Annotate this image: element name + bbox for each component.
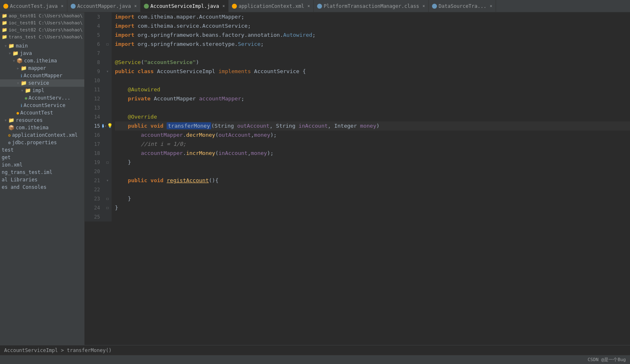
folder-icon: 📁 bbox=[2, 20, 7, 26]
sidebar-item-mapper[interactable]: ▸ 📁 mapper bbox=[0, 64, 84, 72]
tab-account-service-impl[interactable]: AccountServiceImpl.java × bbox=[141, 0, 229, 12]
code-line-21: public void registAccount(){ bbox=[115, 176, 630, 185]
tab-close[interactable]: × bbox=[490, 4, 492, 8]
tab-application-context[interactable]: applicationContext.xml × bbox=[229, 0, 314, 12]
tab-close[interactable]: × bbox=[422, 4, 425, 8]
chevron-down-icon: ▾ bbox=[8, 50, 11, 56]
chevron-down-icon2: ▾ bbox=[17, 80, 19, 86]
sidebar-item-impl[interactable]: ▾ 📁 impl bbox=[0, 87, 84, 94]
sidebar: 📁 aop_test01 C:\Users\haohao\ 📁 ioc_test… bbox=[0, 12, 85, 345]
code-line-22 bbox=[115, 185, 630, 194]
code-line-15: public void transferMoney(String outAcco… bbox=[115, 121, 630, 131]
sidebar-item-account-mapper[interactable]: ℹ AccountMapper bbox=[0, 72, 84, 79]
fold-icon: ◻ bbox=[106, 40, 109, 49]
folder-icon: 📁 bbox=[2, 27, 7, 33]
code-line-23: } bbox=[115, 194, 630, 203]
sidebar-item-es-consoles[interactable]: es and Consoles bbox=[0, 183, 84, 191]
code-line-12: private AccountMapper accountMapper; bbox=[115, 94, 630, 103]
tab-label: AccountMapper.java bbox=[77, 3, 131, 9]
chevron-down-icon3: ▾ bbox=[21, 88, 24, 93]
tab-icon-green bbox=[144, 4, 149, 9]
folder-icon-mapper: 📁 bbox=[21, 65, 27, 71]
sidebar-item-jdbc-props[interactable]: ⚙ jdbc.properties bbox=[0, 139, 84, 146]
tab-close[interactable]: × bbox=[61, 4, 64, 8]
file-icon-green: ● bbox=[25, 96, 27, 100]
fold-end-icon2: ◻ bbox=[106, 194, 109, 203]
tab-account-test[interactable]: AccountTest.java × bbox=[0, 0, 67, 12]
folder-icon: 📁 bbox=[2, 13, 7, 19]
tab-label: PlatformTransactionManager.class bbox=[324, 3, 419, 9]
code-line-7 bbox=[115, 49, 630, 58]
sidebar-item-ion-xml[interactable]: ion.xml bbox=[0, 161, 84, 169]
sidebar-item-aop-test[interactable]: 📁 aop_test01 C:\Users\haohao\ bbox=[0, 12, 84, 19]
file-icon-xml: ⚙ bbox=[8, 133, 11, 138]
sidebar-item-java[interactable]: ▾ 📁 java bbox=[0, 50, 84, 57]
tab-platform-tx[interactable]: PlatformTransactionManager.class × bbox=[314, 0, 429, 12]
fold-end-icon3: ◻ bbox=[106, 203, 109, 212]
file-icon-orange: ● bbox=[17, 111, 19, 115]
breadcrumb: AccountServiceImpl > transferMoney() bbox=[4, 347, 112, 353]
folder-icon-impl: 📁 bbox=[25, 88, 31, 93]
sidebar-item-test[interactable]: test bbox=[0, 146, 84, 154]
code-line-17: //int i = 1/0; bbox=[115, 140, 630, 149]
sidebar-item-ioc-test02[interactable]: 📁 ioc_test02 C:\Users\haohao\ bbox=[0, 26, 84, 33]
editor[interactable]: 3 4 5 6 7 8 9 10 11 12 13 14 15 16 17 18… bbox=[85, 12, 630, 345]
package-icon2: 📦 bbox=[8, 125, 14, 131]
code-content: import com.itheima.mapper.AccountMapper;… bbox=[112, 12, 630, 221]
file-icon-blue: ℹ bbox=[21, 74, 22, 78]
main-content: 📁 aop_test01 C:\Users\haohao\ 📁 ioc_test… bbox=[0, 12, 630, 345]
sidebar-item-get[interactable]: get bbox=[0, 154, 84, 161]
warning-icon: 💡 bbox=[107, 121, 113, 131]
code-line-18: accountMapper.incrMoney(inAccount,money)… bbox=[115, 149, 630, 158]
code-line-8: @Service("accountService") bbox=[115, 58, 630, 67]
code-line-19: } bbox=[115, 158, 630, 167]
tab-icon-blue2 bbox=[317, 4, 322, 9]
code-line-10 bbox=[115, 76, 630, 85]
folder-icon: 📁 bbox=[2, 34, 7, 40]
chevron-down-icon: ▾ bbox=[12, 58, 15, 64]
code-line-25 bbox=[115, 212, 630, 221]
code-line-3: import com.itheima.mapper.AccountMapper; bbox=[115, 12, 630, 21]
sidebar-item-ng-trans[interactable]: ng_trans_test.iml bbox=[0, 169, 84, 176]
tab-icon-blue3 bbox=[432, 4, 437, 9]
folder-icon-main: 📁 bbox=[8, 43, 14, 49]
tab-label: applicationContext.xml bbox=[239, 3, 304, 9]
info-circle-icon: i bbox=[102, 124, 104, 128]
tab-datasource[interactable]: DataSourceTra... × bbox=[429, 0, 496, 12]
sidebar-item-account-service[interactable]: ℹ AccountService bbox=[0, 102, 84, 109]
chevron-right-icon: ▸ bbox=[17, 65, 19, 71]
tab-close[interactable]: × bbox=[134, 4, 137, 8]
file-icon-blue2: ℹ bbox=[21, 103, 22, 108]
folder-icon-resources: 📁 bbox=[8, 117, 14, 123]
sidebar-item-main[interactable]: ▾ 📁 main bbox=[0, 42, 84, 50]
sidebar-item-resources[interactable]: ▾ 📁 resources bbox=[0, 117, 84, 124]
fold-arrow-icon: ▾ bbox=[104, 121, 106, 131]
line-numbers: 3 4 5 6 7 8 9 10 11 12 13 14 15 16 17 18… bbox=[85, 12, 103, 221]
status-bar: CSDN @是一个Bug bbox=[0, 355, 630, 364]
tab-icon-blue bbox=[71, 4, 76, 9]
sidebar-item-al-libraries[interactable]: al Libraries bbox=[0, 176, 84, 183]
sidebar-item-account-service-impl[interactable]: ● AccountServ... bbox=[0, 94, 84, 102]
fold-end-icon: ◻ bbox=[106, 158, 109, 167]
tab-account-mapper[interactable]: AccountMapper.java × bbox=[67, 0, 141, 12]
sidebar-item-service[interactable]: ▾ 📁 service bbox=[0, 79, 84, 87]
code-line-11: @Autowired bbox=[115, 85, 630, 94]
sidebar-item-trans-test[interactable]: 📁 trans_test C:\Users\haohao\ bbox=[0, 33, 84, 40]
code-line-14: @Override bbox=[115, 112, 630, 121]
tab-close[interactable]: × bbox=[308, 4, 310, 8]
tab-label: AccountTest.java bbox=[10, 3, 58, 9]
sidebar-item-ioc-test01[interactable]: 📁 ioc_test01 C:\Users\haohao\ bbox=[0, 19, 84, 26]
sidebar-item-com-itheima2[interactable]: 📦 com.itheima bbox=[0, 124, 84, 131]
code-line-13 bbox=[115, 103, 630, 112]
code-line-6: import org.springframework.stereotype.Se… bbox=[115, 40, 630, 49]
code-line-5: import org.springframework.beans.factory… bbox=[115, 31, 630, 40]
gutter: ◻ ▾ i ▾ 💡 ◻ ▾ bbox=[103, 12, 112, 221]
sidebar-item-com-itheima[interactable]: ▾ 📦 com.itheima bbox=[0, 57, 84, 64]
status-right: CSDN @是一个Bug bbox=[587, 357, 626, 363]
tab-close[interactable]: × bbox=[222, 4, 225, 8]
fold-icon2: ▾ bbox=[106, 67, 109, 76]
sidebar-item-app-context-xml[interactable]: ⚙ applicationContext.xml bbox=[0, 131, 84, 139]
file-icon-props: ⚙ bbox=[8, 140, 11, 145]
chevron-down-icon4: ▾ bbox=[4, 117, 7, 123]
sidebar-item-account-test[interactable]: ● AccountTest bbox=[0, 109, 84, 117]
